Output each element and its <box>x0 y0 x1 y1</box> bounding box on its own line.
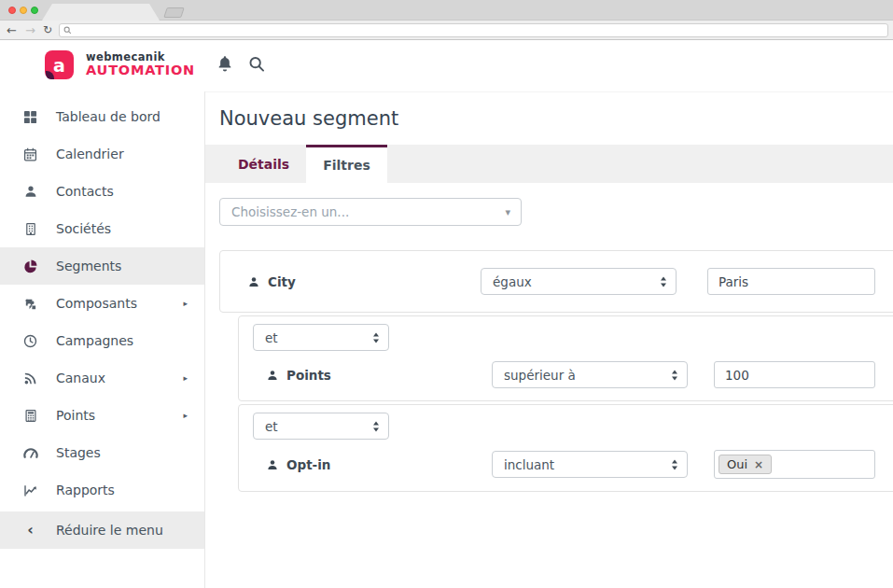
tab-filters[interactable]: Filtres <box>306 145 387 183</box>
page-title: Nouveau segment <box>219 107 398 130</box>
condition-select[interactable]: incluant <box>492 451 688 478</box>
sidebar-item-label: Tableau de bord <box>56 109 160 124</box>
person-icon <box>267 370 278 381</box>
forward-icon[interactable]: → <box>25 21 35 39</box>
logo-a-tile: a <box>45 50 74 79</box>
filter-value-input[interactable]: Paris <box>707 268 875 295</box>
filter-field-picker[interactable]: Choisissez-en un... ▾ <box>219 198 522 226</box>
sidebar-item-label: Segments <box>56 259 121 273</box>
sidebar-item-rapports[interactable]: Rapports <box>0 471 204 509</box>
puzzle-icon <box>22 297 38 311</box>
operator-value: et <box>265 419 278 434</box>
sidebar-item-composants[interactable]: Composants ▸ <box>0 285 204 322</box>
operator-select[interactable]: et <box>253 413 389 440</box>
webmecanik-logo[interactable]: a webmecanik AUTOMATION <box>45 50 195 79</box>
tag-label: Oui <box>727 457 747 471</box>
tab-strip: Détails Filtres <box>205 145 893 183</box>
submenu-arrow-icon: ▸ <box>183 299 188 308</box>
person-icon <box>22 185 38 198</box>
person-icon <box>267 459 278 470</box>
reload-icon[interactable]: ↻ <box>43 21 52 39</box>
filter-field-label: Opt-in <box>267 457 492 472</box>
back-icon[interactable]: ← <box>7 21 17 39</box>
page-header: Nouveau segment <box>205 91 893 145</box>
chevron-left-icon: ‹ <box>22 523 38 538</box>
sidebar-item-campagnes[interactable]: Campagnes <box>0 322 204 359</box>
condition-select[interactable]: supérieur à <box>492 361 688 388</box>
clock-icon <box>22 334 38 348</box>
calculator-icon <box>22 409 38 423</box>
sidebar-item-canaux[interactable]: Canaux ▸ <box>0 359 204 397</box>
filter-group-city: City égaux Paris <box>219 250 893 313</box>
sidebar-item-label: Rapports <box>56 483 115 497</box>
sidebar-item-label: Sociétés <box>56 221 111 236</box>
sidebar-item-label: Canaux <box>56 371 105 385</box>
condition-value: égaux <box>493 274 532 289</box>
sidebar-item-label: Calendrier <box>56 147 124 161</box>
operator-select[interactable]: et <box>253 324 389 351</box>
tab-details[interactable]: Détails <box>221 145 306 183</box>
select-spinner-icon <box>660 276 667 287</box>
tag-chip: Oui × <box>719 455 772 474</box>
filter-field-name: Points <box>286 368 331 383</box>
caret-down-icon: ▾ <box>505 206 510 218</box>
filter-field-label: Points <box>267 368 492 383</box>
condition-value: supérieur à <box>504 368 576 383</box>
condition-select[interactable]: égaux <box>481 268 677 295</box>
filter-value: 100 <box>725 368 749 383</box>
person-icon <box>248 276 259 287</box>
browser-tab[interactable] <box>42 4 160 21</box>
select-spinner-icon <box>671 370 678 381</box>
sidebar-item-societes[interactable]: Sociétés <box>0 210 204 247</box>
select-spinner-icon <box>372 332 380 343</box>
filter-field-name: Opt-in <box>286 457 330 472</box>
sidebar-item-tableau-de-bord[interactable]: Tableau de bord <box>0 98 204 135</box>
filter-tags-input[interactable]: Oui × <box>714 450 875 479</box>
sidebar-item-stages[interactable]: Stages <box>0 434 204 471</box>
app-header: a webmecanik AUTOMATION <box>0 40 893 91</box>
filter-field-label: City <box>248 274 481 289</box>
broadcast-icon <box>22 371 38 385</box>
logo-letter: a <box>53 55 65 76</box>
filter-value-input[interactable]: 100 <box>714 361 875 388</box>
gauge-icon <box>22 446 38 459</box>
window-zoom-button[interactable] <box>31 7 38 14</box>
filter-row: City égaux Paris <box>220 268 893 295</box>
brand-name: webmecanik <box>86 51 195 63</box>
sidebar-item-segments[interactable]: Segments <box>0 247 204 285</box>
sidebar-item-label: Contacts <box>56 184 114 199</box>
filter-value: Paris <box>719 274 748 289</box>
sidebar-item-label: Composants <box>56 296 137 311</box>
sidebar-item-points[interactable]: Points ▸ <box>0 397 204 434</box>
dashboard-grid-icon <box>22 110 38 124</box>
remove-tag-icon[interactable]: × <box>754 459 763 470</box>
filter-group-points: et Points supérieur à 100 <box>238 315 893 401</box>
collapse-menu-label: Réduire le menu <box>56 523 163 538</box>
browser-tab-bar <box>0 0 893 21</box>
sidebar-item-label: Campagnes <box>56 333 133 348</box>
brand-text: webmecanik AUTOMATION <box>86 51 195 78</box>
filter-row: Points supérieur à 100 <box>239 361 893 388</box>
condition-value: incluant <box>504 457 554 472</box>
window-minimize-button[interactable] <box>20 7 27 14</box>
notifications-bell-icon[interactable] <box>216 55 233 77</box>
select-spinner-icon <box>372 421 380 432</box>
address-search-icon <box>63 26 72 35</box>
address-bar[interactable] <box>59 23 888 37</box>
window-close-button[interactable] <box>8 7 16 14</box>
pie-chart-icon <box>22 259 38 273</box>
search-icon[interactable] <box>248 55 265 77</box>
submenu-arrow-icon: ▸ <box>183 411 188 420</box>
sidebar-item-label: Points <box>56 408 95 423</box>
calendar-icon <box>22 147 38 161</box>
sidebar-item-calendrier[interactable]: Calendrier <box>0 135 204 173</box>
main-content: Nouveau segment Détails Filtres Choisiss… <box>205 91 893 588</box>
sidebar: Tableau de bord Calendrier Contacts Soci… <box>0 91 205 588</box>
submenu-arrow-icon: ▸ <box>183 373 188 383</box>
sidebar-item-contacts[interactable]: Contacts <box>0 173 204 210</box>
filters-tab-content: Choisissez-en un... ▾ City égaux Paris <box>205 183 893 492</box>
new-tab-button[interactable] <box>163 7 185 18</box>
operator-value: et <box>265 330 278 345</box>
filter-group-opt-in: et Opt-in incluant Oui × <box>238 404 893 492</box>
collapse-menu-button[interactable]: ‹ Réduire le menu <box>0 511 204 549</box>
